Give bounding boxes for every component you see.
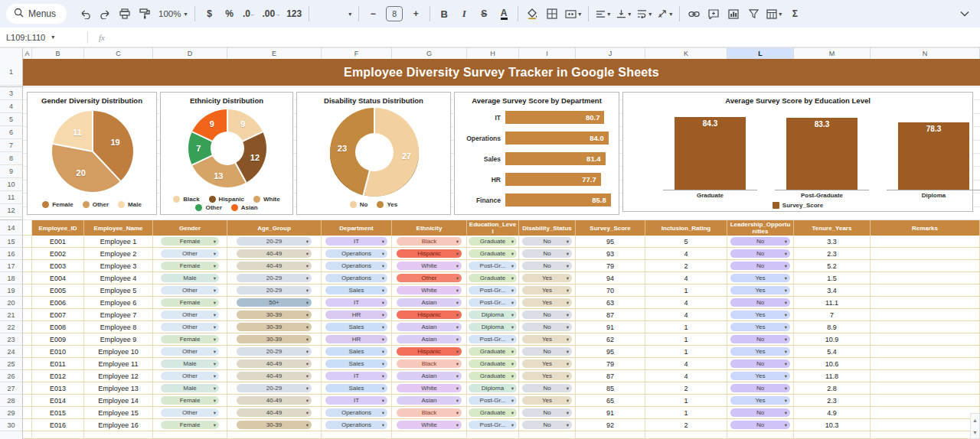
cell[interactable]: White▾ [392,382,467,395]
dropdown-pill[interactable]: Female▾ [161,262,219,270]
dropdown-pill[interactable]: No▾ [522,347,572,356]
merge-cells-button[interactable]: ▾ [563,4,583,24]
cell[interactable]: 40-49▾ [227,407,322,419]
dropdown-pill[interactable]: IT▾ [325,372,387,380]
row-header-30[interactable]: 30 [0,419,22,431]
cell[interactable]: Graduate▾ [467,236,519,248]
dropdown-pill[interactable]: Yes▾ [730,274,790,282]
cell[interactable] [871,419,980,431]
table-header-age_group[interactable]: Age_Group [227,220,322,236]
cell[interactable]: Yes▾ [727,370,794,382]
cell[interactable]: Male▾ [153,382,227,395]
row-header-5[interactable]: 5 [0,113,22,126]
row-header-9[interactable]: 9 [0,165,22,178]
dropdown-pill[interactable]: Diploma▾ [469,323,517,331]
cell[interactable]: Asian▾ [392,395,467,407]
dropdown-pill[interactable]: Yes▾ [730,286,790,294]
cell[interactable]: Graduate▾ [467,370,519,382]
functions-button[interactable]: Σ [786,4,804,24]
dropdown-pill[interactable]: Black▾ [397,359,462,368]
dropdown-pill[interactable]: 30-39▾ [237,311,312,319]
dropdown-pill[interactable]: Male▾ [161,274,219,282]
cell[interactable]: Operations▾ [322,407,392,419]
dropdown-pill[interactable]: HR▾ [325,335,387,343]
cell[interactable]: White▾ [392,260,467,272]
cell[interactable] [23,220,32,236]
dropdown-pill[interactable]: Graduate▾ [469,372,517,380]
row-header-27[interactable]: 27 [0,382,22,395]
cell[interactable]: 1 [645,407,727,419]
cell[interactable]: Yes▾ [727,272,794,285]
cell[interactable] [322,431,392,439]
cell[interactable] [23,248,32,260]
dropdown-pill[interactable]: Hispanic▾ [397,347,462,356]
column-header-G[interactable]: G [392,48,467,60]
cell[interactable]: 5.4 [794,346,871,358]
cell[interactable]: E001 [32,236,84,248]
dropdown-pill[interactable]: Sales▾ [325,347,387,356]
cell[interactable]: Graduate▾ [467,358,519,370]
cell[interactable]: IT▾ [322,297,392,309]
cell[interactable] [871,395,980,407]
cell[interactable]: 1 [645,395,727,407]
cell[interactable]: 1 [645,346,727,358]
row-header-19[interactable]: 19 [0,285,22,297]
dropdown-pill[interactable]: No▾ [522,384,572,392]
row-header-28[interactable]: 28 [0,395,22,407]
cell[interactable]: Yes▾ [519,395,576,407]
font-family-select[interactable]: ▾ [314,5,354,23]
dropdown-pill[interactable]: Other▾ [397,274,462,282]
dropdown-pill[interactable]: 40-49▾ [237,408,312,417]
italic-button[interactable]: I [455,4,473,24]
cell[interactable] [23,321,32,333]
cell[interactable]: Yes▾ [727,395,794,407]
cell[interactable]: 2.3 [794,395,871,407]
print-button[interactable] [116,4,134,24]
cell[interactable]: 11.1 [794,297,871,309]
column-header-C[interactable]: C [84,48,153,60]
cell[interactable] [871,333,980,346]
dropdown-pill[interactable]: Other▾ [161,347,219,356]
cell[interactable]: 2 [645,382,727,395]
table-header-remarks[interactable]: Remarks [871,220,980,236]
cell[interactable]: 40-49▾ [227,260,322,272]
column-header-L[interactable]: L [727,48,794,60]
dropdown-pill[interactable]: Asian▾ [397,335,462,343]
row-header-12[interactable]: 12 [0,204,22,217]
row-header-29[interactable]: 29 [0,407,22,419]
cell[interactable]: Other▾ [153,321,227,333]
dropdown-pill[interactable]: Asian▾ [397,323,462,331]
cell[interactable]: No▾ [519,419,576,431]
cell[interactable]: No▾ [519,260,576,272]
dropdown-pill[interactable]: No▾ [522,262,572,270]
cell[interactable]: Yes▾ [727,309,794,321]
cell[interactable]: Female▾ [153,395,227,407]
cell[interactable] [32,431,84,439]
cell[interactable]: 5 [645,236,727,248]
insert-comment-button[interactable] [704,4,723,24]
cell[interactable] [23,333,32,346]
cell[interactable]: 30-39▾ [227,419,322,431]
cell[interactable]: No▾ [519,346,576,358]
row-header-26[interactable]: 26 [0,370,22,382]
column-header-E[interactable]: E [227,48,322,60]
cell[interactable]: Black▾ [392,407,467,419]
dropdown-pill[interactable]: No▾ [730,249,790,258]
row-header-18[interactable]: 18 [0,272,22,285]
cell[interactable]: 70 [576,285,645,297]
cell[interactable]: Post-Gr...▾ [467,333,519,346]
dropdown-pill[interactable]: Other▾ [161,408,219,417]
cell[interactable]: Female▾ [153,260,227,272]
more-formats-button[interactable]: 123 [284,4,304,24]
dropdown-pill[interactable]: 20-29▾ [237,347,312,356]
cell[interactable]: Other▾ [153,309,227,321]
dropdown-pill[interactable]: Operations▾ [325,274,387,282]
cell[interactable]: E004 [32,272,84,285]
column-header-H[interactable]: H [467,48,519,60]
cell[interactable]: 4 [645,370,727,382]
cell[interactable]: 20-29▾ [227,382,322,395]
cell[interactable]: Operations▾ [322,272,392,285]
row-header-20[interactable]: 20 [0,297,22,309]
dropdown-pill[interactable]: Black▾ [397,237,462,246]
cell[interactable]: 7 [794,309,871,321]
